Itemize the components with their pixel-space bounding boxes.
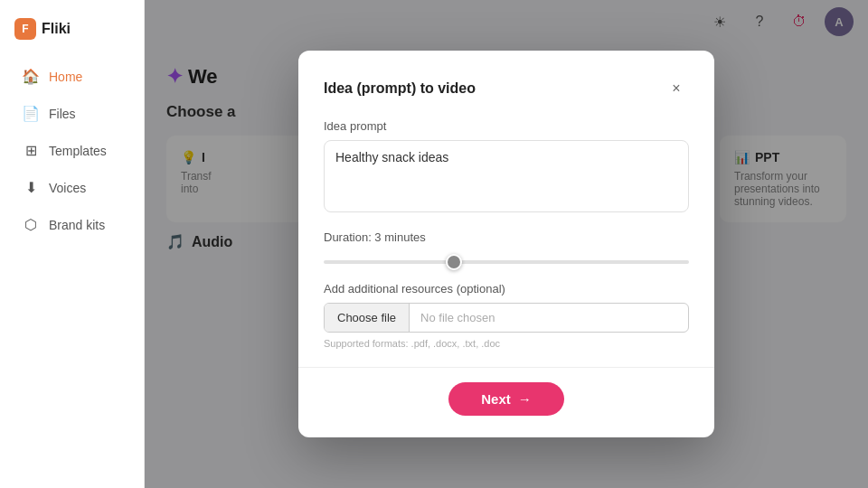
sidebar-item-templates[interactable]: ⊞ Templates	[7, 133, 137, 168]
sidebar-item-brand-kits-label: Brand kits	[49, 218, 105, 232]
sidebar-item-home[interactable]: 🏠 Home	[7, 59, 137, 94]
sidebar-item-voices[interactable]: ⬇ Voices	[7, 170, 137, 205]
choose-file-button[interactable]: Choose file	[325, 304, 410, 332]
next-button[interactable]: Next →	[448, 382, 564, 416]
slider-container	[324, 251, 689, 267]
sidebar-item-voices-label: Voices	[49, 181, 86, 195]
home-icon: 🏠	[22, 68, 40, 85]
modal-header: Idea (prompt) to video ×	[324, 76, 689, 101]
resources-label: Add additional resources (optional)	[324, 282, 689, 296]
sidebar-item-home-label: Home	[49, 70, 82, 84]
voices-icon: ⬇	[22, 179, 40, 196]
modal-title: Idea (prompt) to video	[324, 80, 476, 97]
sidebar-item-files-label: Files	[49, 107, 76, 121]
app-logo: F Fliki	[0, 11, 144, 58]
file-input-row: Choose file No file chosen	[324, 303, 689, 333]
next-arrow-icon: →	[518, 391, 532, 407]
templates-icon: ⊞	[22, 142, 40, 159]
sidebar-item-brand-kits[interactable]: ⬡ Brand kits	[7, 207, 137, 242]
duration-slider[interactable]	[324, 260, 689, 264]
modal-dialog: Idea (prompt) to video × Idea prompt Hea…	[298, 51, 714, 437]
supported-formats: Supported formats: .pdf, .docx, .txt, .d…	[324, 338, 689, 349]
modal-overlay: Idea (prompt) to video × Idea prompt Hea…	[145, 0, 868, 488]
main-content: ☀ ? ⏱ A ✦ We Choose a 💡 I Transfinto 🛒 E	[145, 0, 868, 488]
file-placeholder: No file chosen	[410, 304, 688, 332]
idea-prompt-input[interactable]: Healthy snack ideas	[324, 140, 689, 212]
duration-label: Duration: 3 minutes	[324, 230, 426, 244]
sidebar-item-templates-label: Templates	[49, 144, 107, 158]
logo-text: Fliki	[42, 21, 71, 37]
brand-kits-icon: ⬡	[22, 216, 40, 233]
duration-row: Duration: 3 minutes	[324, 230, 689, 244]
idea-prompt-label: Idea prompt	[324, 119, 689, 133]
sidebar: F Fliki 🏠 Home 📄 Files ⊞ Templates ⬇ Voi…	[0, 0, 145, 488]
modal-close-button[interactable]: ×	[664, 76, 689, 101]
modal-footer: Next →	[324, 368, 689, 416]
files-icon: 📄	[22, 105, 40, 122]
sidebar-item-files[interactable]: 📄 Files	[7, 96, 137, 131]
next-button-label: Next	[481, 391, 511, 407]
logo-icon: F	[14, 18, 36, 40]
